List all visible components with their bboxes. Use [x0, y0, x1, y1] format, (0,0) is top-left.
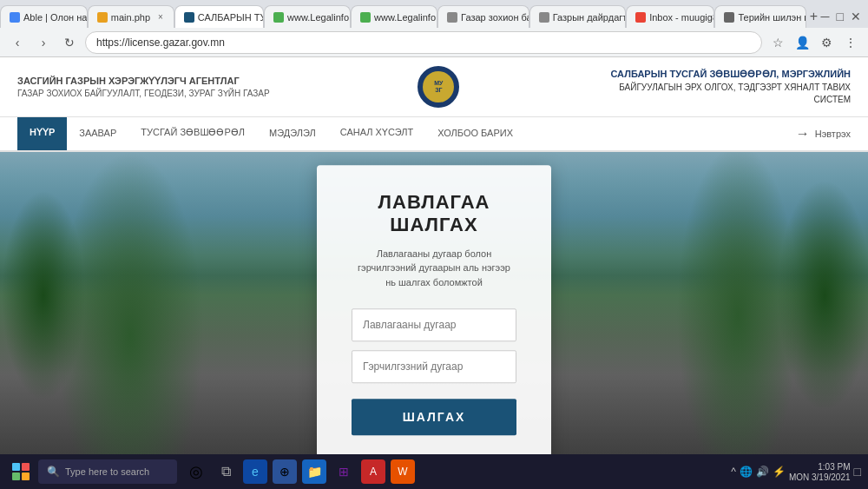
app1-icon: A — [370, 466, 377, 478]
maximize-button[interactable]: □ — [837, 10, 844, 23]
tab-terin[interactable]: Терийн шилэн шуур... × — [714, 5, 806, 28]
extension-icon[interactable]: ⚙ — [816, 32, 837, 53]
taskbar-edge[interactable]: e — [243, 459, 267, 484]
tab-main[interactable]: main.php × — [88, 5, 174, 28]
header-left: ЗАСГИЙН ГАЗРЫН ХЭРЭГЖҮҮЛЭГЧ АГЕНТЛАГ ГАЗ… — [17, 76, 270, 98]
nav-items: НҮҮР ЗААВАР ТУСГАЙ ЗӨВШӨӨРӨЛ МЭДЭЛЭЛ САН… — [17, 117, 525, 150]
tab-favicon — [97, 12, 108, 23]
taskbar-time: 1:03 PM — [818, 461, 850, 472]
taskbar-app2[interactable]: W — [391, 459, 415, 484]
new-tab-button[interactable]: + — [806, 5, 821, 28]
win-logo-tr — [22, 463, 30, 471]
address-bar-row: ‹ › ↻ ☆ 👤 ⚙ ⋮ — [0, 28, 868, 57]
nav-feedback[interactable]: САНАЛ ХҮСЭЛТ — [328, 117, 425, 150]
taskbar-search-text: Type here to search — [65, 466, 149, 477]
taskbar-right: ^ 🌐 🔊 ⚡ 1:03 PM MON 3/19/2021 □ — [731, 461, 861, 482]
login-icon: → — [796, 126, 810, 142]
forward-button[interactable]: › — [33, 32, 54, 53]
tab-legalinfo2[interactable]: www.Legalinfo.mn × — [351, 5, 437, 28]
login-label: Нэвтрэх — [815, 129, 851, 139]
tab-label: www.Legalinfo.mn — [374, 12, 437, 23]
reload-button[interactable]: ↻ — [59, 32, 80, 53]
start-button[interactable] — [7, 458, 35, 486]
tab-bar: Able | Олон найтийн × main.php × САЛБАРЫ… — [0, 0, 868, 28]
bookmark-icon[interactable]: ☆ — [767, 32, 788, 53]
taskbar-store[interactable]: ⊞ — [332, 459, 356, 484]
tab-label: Газар зохион байгуу... — [461, 12, 529, 23]
minimize-button[interactable]: ─ — [821, 10, 830, 23]
header-right: САЛБАРЫН ТУСГАЙ ЗӨВШӨӨРӨЛ, МЭРГЭЖЛИЙН БА… — [608, 68, 851, 105]
tray-icon-network[interactable]: 🌐 — [740, 466, 753, 478]
tab-label: САЛБАРЫН ТУСГАЙ — [198, 12, 264, 23]
system-tray: ^ 🌐 🔊 ⚡ — [731, 466, 786, 478]
nav-guide[interactable]: ЗААВАР — [67, 117, 128, 150]
profile-icon[interactable]: 👤 — [792, 32, 812, 53]
window-controls: ─ □ ✕ — [821, 10, 868, 23]
chrome-icon: ⊕ — [279, 465, 290, 479]
address-input[interactable] — [85, 31, 762, 54]
logo-circle: МУЗГ — [418, 66, 459, 108]
back-button[interactable]: ‹ — [7, 32, 28, 53]
tab-favicon — [635, 12, 646, 23]
tab-label: main.php — [111, 12, 150, 23]
close-button[interactable]: ✕ — [851, 10, 861, 23]
store-icon: ⊞ — [339, 465, 349, 479]
tray-icon-1[interactable]: ^ — [731, 466, 736, 478]
win-logo-tl — [12, 463, 20, 471]
nav-contact[interactable]: ХОЛБОО БАРИХ — [425, 117, 525, 150]
tab-label: www.Legalinfo.mn — [287, 12, 351, 23]
tab-favicon — [539, 12, 549, 23]
taskbar-cortana[interactable]: ◎ — [184, 459, 208, 484]
tab-dairag[interactable]: Газрын дайрдагтарын... × — [529, 5, 627, 28]
win-logo-br — [22, 472, 30, 480]
nav-license[interactable]: ТУСГАЙ ЗӨВШӨӨРӨЛ — [128, 117, 257, 150]
tray-icon-sound[interactable]: 🔊 — [756, 466, 769, 478]
cortana-icon: ◎ — [189, 462, 203, 481]
lavlagaa-input[interactable] — [352, 308, 516, 341]
notification-icon[interactable]: □ — [854, 465, 861, 479]
org-name: ЗАСГИЙН ГАЗРЫН ХЭРЭГЖҮҮЛЭГЧ АГЕНТЛАГ — [17, 76, 270, 87]
win-logo-bl — [12, 472, 20, 480]
search-icon: 🔍 — [47, 466, 60, 478]
windows-logo — [12, 463, 30, 480]
gerchilgee-input[interactable] — [352, 350, 516, 383]
taskbar-search[interactable]: 🔍 Type here to search — [38, 459, 177, 484]
org-sub: ГАЗАР ЗОХИОХ БАЙГУУЛАЛТ, ГЕОДЕЗИ, ЗУРАГ … — [17, 89, 270, 98]
app2-icon: W — [398, 466, 407, 478]
nav-login[interactable]: → Нэвтрэх — [796, 126, 851, 142]
site-nav: НҮҮР ЗААВАР ТУСГАЙ ЗӨВШӨӨРӨЛ МЭДЭЛЭЛ САН… — [0, 117, 868, 152]
header-right-title: САЛБАРЫН ТУСГАЙ ЗӨВШӨӨРӨЛ, МЭРГЭЖЛИЙН — [608, 68, 851, 81]
menu-icon[interactable]: ⋮ — [840, 32, 861, 53]
main-content: ЛАВЛАГАА ШАЛГАХ Лавлагааны дугаар болон … — [0, 152, 868, 454]
edge-icon: e — [252, 465, 259, 479]
tab-label: Inbox - muugig8@g... — [649, 12, 714, 23]
tab-favicon — [10, 12, 20, 23]
tab-favicon — [360, 12, 371, 23]
search-button[interactable]: ШАЛГАХ — [352, 399, 516, 435]
taskbar-date: MON 3/19/2021 — [789, 472, 851, 482]
tab-close-icon[interactable]: × — [156, 12, 165, 22]
nav-info[interactable]: МЭДЭЛЭЛ — [257, 117, 328, 150]
tab-able[interactable]: Able | Олон найтийн × — [0, 5, 88, 28]
clock[interactable]: 1:03 PM MON 3/19/2021 — [789, 461, 851, 482]
tab-legalinfo1[interactable]: www.Legalinfo.mn × — [264, 5, 351, 28]
site-header: ЗАСГИЙН ГАЗРЫН ХЭРЭГЖҮҮЛЭГЧ АГЕНТЛАГ ГАЗ… — [0, 57, 868, 117]
tab-label: Терийн шилэн шуур... — [738, 12, 806, 23]
taskbar-app-icons: ◎ ⧉ e ⊕ 📁 ⊞ A W — [184, 459, 415, 484]
header-logo: МУЗГ — [416, 64, 461, 109]
tab-inbox[interactable]: Inbox - muugig8@g... × — [626, 5, 714, 28]
toolbar-icons: ☆ 👤 ⚙ ⋮ — [767, 32, 861, 53]
task-view-icon: ⧉ — [221, 464, 231, 479]
taskbar-explorer[interactable]: 📁 — [302, 459, 326, 484]
taskbar-task-view[interactable]: ⧉ — [214, 459, 238, 484]
tab-zokhion[interactable]: Газар зохион байгуу... × — [437, 5, 529, 28]
search-modal: ЛАВЛАГАА ШАЛГАХ Лавлагааны дугаар болон … — [317, 165, 551, 454]
nav-home[interactable]: НҮҮР — [17, 117, 67, 150]
tab-gazar[interactable]: САЛБАРЫН ТУСГАЙ × — [174, 5, 264, 28]
taskbar-chrome[interactable]: ⊕ — [273, 459, 297, 484]
tab-favicon — [724, 12, 734, 23]
taskbar: 🔍 Type here to search ◎ ⧉ e ⊕ 📁 ⊞ A W ^ — [0, 454, 868, 489]
taskbar-app1[interactable]: A — [361, 459, 385, 484]
tray-icon-battery[interactable]: ⚡ — [773, 466, 786, 478]
tab-favicon — [184, 12, 194, 23]
